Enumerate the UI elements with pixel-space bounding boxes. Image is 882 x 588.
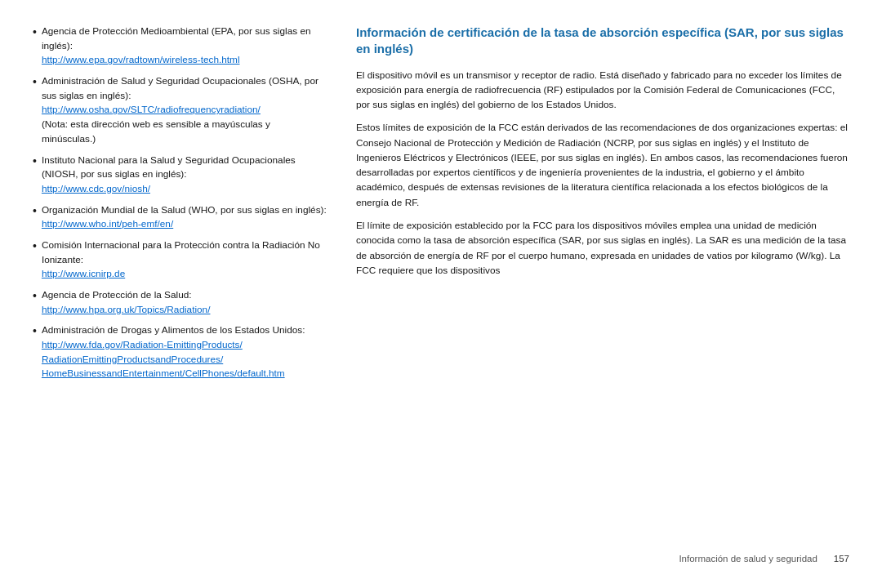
osha-text: Administración de Salud y Seguridad Ocup… <box>42 74 327 103</box>
niosh-text: Instituto Nacional para la Salud y Segur… <box>42 154 327 182</box>
footer-label: Información de salud y seguridad <box>679 554 817 564</box>
bullet-list: Agencia de Protección Medioambiental (EP… <box>33 24 327 381</box>
who-text: Organización Mundial de la Salud (WHO, p… <box>42 203 327 218</box>
list-item-osha: Administración de Salud y Seguridad Ocup… <box>33 74 327 146</box>
list-item-epa: Agencia de Protección Medioambiental (EP… <box>33 24 327 68</box>
bullet-content-hpa: Agencia de Protección de la Salud: http:… <box>42 288 211 317</box>
paragraph-3: El límite de exposición establecido por … <box>356 218 849 278</box>
list-item-niosh: Instituto Nacional para la Salud y Segur… <box>33 154 327 197</box>
hpa-text: Agencia de Protección de la Salud: <box>42 288 211 303</box>
footer-page-number: 157 <box>834 554 849 564</box>
icnirp-link[interactable]: http://www.icnirp.de <box>42 267 327 282</box>
osha-link[interactable]: http://www.osha.gov/SLTC/radiofrequencyr… <box>42 103 327 118</box>
left-column: Agencia de Protección Medioambiental (EP… <box>33 24 327 546</box>
osha-note: (Nota: esta dirección web es sensible a … <box>42 118 327 146</box>
section-title: Información de certificación de la tasa … <box>356 24 849 58</box>
bullet-content-epa: Agencia de Protección Medioambiental (EP… <box>42 24 327 68</box>
fda-text: Administración de Drogas y Alimentos de … <box>42 323 305 338</box>
hpa-link[interactable]: http://www.hpa.org.uk/Topics/Radiation/ <box>42 303 211 318</box>
fda-link[interactable]: http://www.fda.gov/Radiation-EmittingPro… <box>42 338 305 381</box>
paragraph-1: El dispositivo móvil es un transmisor y … <box>356 68 849 113</box>
bullet-content-icnirp: Comisión Internacional para la Protecció… <box>42 238 327 282</box>
footer: Información de salud y seguridad 157 <box>33 546 849 564</box>
bullet-content-osha: Administración de Salud y Seguridad Ocup… <box>42 74 327 146</box>
right-column: Información de certificación de la tasa … <box>356 24 849 546</box>
paragraph-2: Estos límites de exposición de la FCC es… <box>356 120 849 210</box>
icnirp-text: Comisión Internacional para la Protecció… <box>42 238 327 267</box>
list-item-icnirp: Comisión Internacional para la Protecció… <box>33 238 327 282</box>
bullet-content-niosh: Instituto Nacional para la Salud y Segur… <box>42 154 327 197</box>
niosh-link[interactable]: http://www.cdc.gov/niosh/ <box>42 182 327 197</box>
who-link[interactable]: http://www.who.int/peh-emf/en/ <box>42 217 327 232</box>
epa-link[interactable]: http://www.epa.gov/radtown/wireless-tech… <box>42 53 327 68</box>
bullet-content-fda: Administración de Drogas y Alimentos de … <box>42 323 305 381</box>
bullet-content-who: Organización Mundial de la Salud (WHO, p… <box>42 203 327 232</box>
list-item-hpa: Agencia de Protección de la Salud: http:… <box>33 288 327 317</box>
list-item-who: Organización Mundial de la Salud (WHO, p… <box>33 203 327 232</box>
epa-text: Agencia de Protección Medioambiental (EP… <box>42 24 327 53</box>
list-item-fda: Administración de Drogas y Alimentos de … <box>33 323 327 381</box>
content-area: Agencia de Protección Medioambiental (EP… <box>33 24 849 546</box>
page: Agencia de Protección Medioambiental (EP… <box>0 0 882 588</box>
